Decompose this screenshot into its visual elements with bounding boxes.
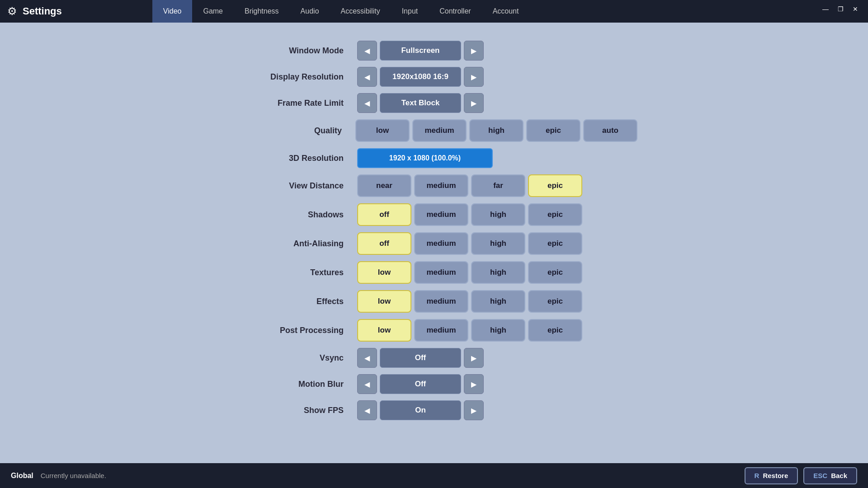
tab-account[interactable]: Account	[482, 0, 530, 23]
anti-aliasing-medium[interactable]: medium	[414, 232, 468, 255]
show-fps-value: On	[380, 400, 461, 420]
post-processing-high[interactable]: high	[471, 319, 525, 342]
post-processing-epic[interactable]: epic	[528, 319, 582, 342]
title-bar: ⚙ Settings Video Game Brightness Audio A…	[0, 0, 868, 23]
view-distance-medium[interactable]: medium	[414, 174, 468, 197]
quality-auto[interactable]: auto	[583, 119, 637, 142]
textures-row: Textures low medium high epic	[231, 261, 637, 284]
anti-aliasing-off[interactable]: off	[357, 232, 411, 255]
tab-game[interactable]: Game	[192, 0, 234, 23]
show-fps-label: Show FPS	[231, 406, 357, 415]
tab-brightness[interactable]: Brightness	[234, 0, 290, 23]
post-processing-row: Post Processing low medium high epic	[231, 319, 637, 342]
shadows-epic[interactable]: epic	[528, 203, 582, 226]
post-processing-low[interactable]: low	[357, 319, 411, 342]
frame-rate-control: ◀ Text Block ▶	[357, 93, 484, 113]
shadows-medium[interactable]: medium	[414, 203, 468, 226]
3d-resolution-control: 868 x 488 (100.0%)	[357, 148, 493, 168]
quality-medium[interactable]: medium	[412, 119, 467, 142]
restore-key: R	[755, 472, 760, 479]
show-fps-prev[interactable]: ◀	[357, 400, 377, 420]
post-processing-label: Post Processing	[231, 326, 357, 335]
window-mode-prev[interactable]: ◀	[357, 41, 377, 61]
display-resolution-prev[interactable]: ◀	[357, 67, 377, 87]
vsync-value: Off	[380, 348, 461, 368]
window-controls: — ❐ ✕	[820, 5, 861, 14]
back-button[interactable]: ESC Back	[803, 467, 857, 484]
app-title: Settings	[23, 5, 62, 17]
anti-aliasing-control: off medium high epic	[357, 232, 582, 255]
display-resolution-value: 868x488 16:9	[380, 67, 461, 87]
effects-label: Effects	[231, 297, 357, 306]
textures-control: low medium high epic	[357, 261, 582, 284]
anti-aliasing-label: Anti-Aliasing	[231, 239, 357, 249]
view-distance-far[interactable]: far	[471, 174, 525, 197]
textures-epic[interactable]: epic	[528, 261, 582, 284]
quality-high[interactable]: high	[469, 119, 524, 142]
effects-medium[interactable]: medium	[414, 290, 468, 313]
anti-aliasing-row: Anti-Aliasing off medium high epic	[231, 232, 637, 255]
tab-audio[interactable]: Audio	[290, 0, 330, 23]
textures-high[interactable]: high	[471, 261, 525, 284]
shadows-control: off medium high epic	[357, 203, 582, 226]
main-nav: Video Game Brightness Audio Accessibilit…	[152, 0, 530, 23]
quality-epic[interactable]: epic	[526, 119, 580, 142]
vsync-control: ◀ Off ▶	[357, 348, 484, 368]
app-branding: ⚙ Settings	[7, 5, 62, 18]
shadows-off[interactable]: off	[357, 203, 411, 226]
show-fps-next[interactable]: ▶	[464, 400, 484, 420]
shadows-high[interactable]: high	[471, 203, 525, 226]
textures-low[interactable]: low	[357, 261, 411, 284]
motion-blur-control: ◀ Off ▶	[357, 374, 484, 394]
tab-controller[interactable]: Controller	[429, 0, 481, 23]
textures-medium[interactable]: medium	[414, 261, 468, 284]
frame-rate-next[interactable]: ▶	[464, 93, 484, 113]
motion-blur-next[interactable]: ▶	[464, 374, 484, 394]
quality-low[interactable]: low	[355, 119, 410, 142]
3d-resolution-row: 3D Resolution 868 x 488 (100.0%)	[231, 148, 637, 168]
main-content: Window Mode ◀ Fullscreen ▶ Display Resol…	[0, 23, 868, 463]
anti-aliasing-high[interactable]: high	[471, 232, 525, 255]
vsync-prev[interactable]: ◀	[357, 348, 377, 368]
window-mode-control: ◀ Fullscreen ▶	[357, 41, 484, 61]
restore-button[interactable]: ❐	[835, 5, 846, 14]
global-label: Global	[11, 472, 33, 480]
motion-blur-prev[interactable]: ◀	[357, 374, 377, 394]
show-fps-control: ◀ On ▶	[357, 400, 484, 420]
window-mode-row: Window Mode ◀ Fullscreen ▶	[231, 41, 637, 61]
frame-rate-row: Frame Rate Limit ◀ Text Block ▶	[231, 93, 637, 113]
back-key: ESC	[813, 472, 827, 479]
view-distance-row: View Distance near medium far epic	[231, 174, 637, 197]
vsync-label: Vsync	[231, 353, 357, 363]
tab-video[interactable]: Video	[152, 0, 193, 23]
tab-accessibility[interactable]: Accessibility	[330, 0, 391, 23]
bottom-bar: Global Currently unavailable. R Restore …	[0, 463, 868, 488]
gear-icon: ⚙	[7, 5, 17, 18]
close-button[interactable]: ✕	[850, 5, 861, 14]
quality-label: Quality	[231, 126, 355, 136]
minimize-button[interactable]: —	[820, 5, 831, 14]
frame-rate-value: Text Block	[380, 93, 461, 113]
window-mode-next[interactable]: ▶	[464, 41, 484, 61]
quality-control: low medium high epic auto	[355, 119, 637, 142]
3d-resolution-value[interactable]: 868 x 488 (100.0%)	[357, 148, 493, 168]
restore-button[interactable]: R Restore	[745, 467, 798, 484]
display-resolution-next[interactable]: ▶	[464, 67, 484, 87]
motion-blur-label: Motion Blur	[231, 380, 357, 389]
textures-label: Textures	[231, 268, 357, 277]
display-resolution-control: ◀ 868x488 16:9 ▶	[357, 67, 484, 87]
frame-rate-label: Frame Rate Limit	[231, 99, 357, 108]
bottom-actions: R Restore ESC Back	[745, 467, 857, 484]
effects-low[interactable]: low	[357, 290, 411, 313]
view-distance-near[interactable]: near	[357, 174, 411, 197]
tab-input[interactable]: Input	[391, 0, 429, 23]
effects-epic[interactable]: epic	[528, 290, 582, 313]
anti-aliasing-epic[interactable]: epic	[528, 232, 582, 255]
shadows-label: Shadows	[231, 210, 357, 220]
frame-rate-prev[interactable]: ◀	[357, 93, 377, 113]
post-processing-medium[interactable]: medium	[414, 319, 468, 342]
post-processing-control: low medium high epic	[357, 319, 582, 342]
view-distance-epic[interactable]: epic	[528, 174, 582, 197]
effects-high[interactable]: high	[471, 290, 525, 313]
vsync-next[interactable]: ▶	[464, 348, 484, 368]
